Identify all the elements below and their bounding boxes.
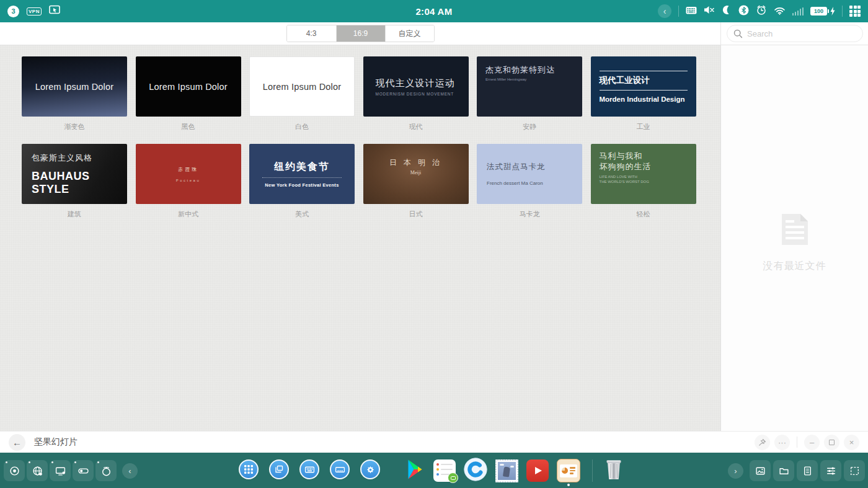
template-title: 赤霞珠 — [178, 166, 198, 173]
template-card: 纽约美食节 New York Food Festival Events 美式 — [249, 144, 355, 231]
app-grid-icon[interactable] — [849, 6, 861, 17]
template-card: 赤霞珠 Pocteau 新中式 — [136, 144, 241, 231]
template-thumbnail-bauhaus[interactable]: 包豪斯主义风格 BAUHAUS STYLE — [22, 144, 127, 204]
back-button[interactable]: ← — [9, 434, 25, 451]
tasks-button[interactable] — [820, 460, 841, 481]
desktop-screen: 3 VPN 2:04 AM ‹ — [0, 0, 868, 488]
template-subtitle: Morden Industrial Design — [600, 95, 688, 103]
template-thumbnail-black[interactable]: Lorem Ipsum Dolor — [136, 56, 241, 117]
template-thumbnail-white[interactable]: Lorem Ipsum Dolor — [249, 56, 355, 117]
browser-icon — [464, 458, 487, 481]
trash-can[interactable] — [604, 458, 623, 483]
template-label: 日式 — [363, 204, 469, 231]
gallery-button[interactable] — [750, 460, 771, 481]
template-title: 现代工业设计 — [600, 75, 688, 86]
app-google-play[interactable] — [405, 459, 425, 482]
dock: ‹ — [0, 453, 868, 488]
volume-muted-icon[interactable] — [704, 5, 715, 17]
screen-record-button[interactable] — [4, 460, 25, 481]
tab-4-3[interactable]: 4:3 — [287, 25, 336, 42]
pin-button[interactable] — [755, 435, 770, 450]
alarm-icon[interactable] — [756, 4, 767, 18]
toggle-button[interactable] — [73, 460, 94, 481]
template-card: 杰克和勃莱特到达 Ernest Miller Hemingway 安静 — [477, 56, 582, 144]
display-icon — [55, 466, 66, 476]
template-thumbnail-chinese[interactable]: 赤霞珠 Pocteau — [136, 144, 241, 204]
template-card: 日 本 明 治 Meiji 日式 — [363, 144, 469, 231]
template-subtitle: Pocteau — [176, 179, 201, 182]
battery-indicator[interactable]: 100 — [810, 7, 835, 16]
vpn-badge[interactable]: VPN — [27, 7, 42, 16]
template-title: 包豪斯主义风格 — [32, 153, 127, 164]
screen-record-icon — [9, 466, 20, 476]
minimize-button[interactable]: – — [804, 435, 820, 450]
template-label: 安静 — [477, 117, 582, 144]
close-button[interactable]: × — [844, 435, 859, 450]
app-youtube[interactable] — [526, 459, 549, 482]
app-notes[interactable] — [433, 459, 456, 482]
taskbar-settings-button[interactable] — [330, 459, 350, 479]
screen-cast-icon[interactable] — [49, 5, 61, 18]
template-thumbnail-american[interactable]: 纽约美食节 New York Food Festival Events — [249, 144, 355, 204]
back-arrow-icon: ← — [12, 437, 22, 448]
settings-button[interactable] — [360, 459, 380, 479]
template-thumbnail-japanese[interactable]: 日 本 明 治 Meiji — [363, 144, 469, 204]
template-thumbnail-industrial[interactable]: 现代工业设计 Morden Industrial Design — [591, 56, 696, 117]
window-switcher-button[interactable] — [269, 459, 289, 479]
template-title: Lorem Ipsum Dolor — [263, 82, 342, 92]
signal-bars-icon[interactable] — [792, 7, 804, 16]
window-titlebar: ← 坚果幻灯片 ··· – × — [0, 431, 868, 453]
notification-count-badge[interactable]: 3 — [7, 6, 19, 17]
statusbar-collapse-button[interactable]: ‹ — [658, 4, 671, 18]
divider — [592, 459, 593, 482]
template-subtitle: MODERNISM DESIGN MOVEMENT — [376, 92, 469, 96]
tab-16-9[interactable]: 16:9 — [336, 25, 385, 42]
bluetooth-icon[interactable] — [738, 5, 749, 18]
template-label: 黑色 — [136, 117, 241, 144]
template-thumbnail-quiet[interactable]: 杰克和勃莱特到达 Ernest Miller Hemingway — [477, 56, 582, 117]
timer-button[interactable] — [95, 460, 117, 481]
chevron-left-icon: ‹ — [663, 6, 666, 16]
search-box[interactable] — [727, 25, 863, 42]
tab-custom[interactable]: 自定义 — [385, 25, 434, 42]
template-card: 现代主义设计运动 MODERNISM DESIGN MOVEMENT 现代 — [363, 56, 469, 144]
app-slides[interactable] — [557, 459, 580, 482]
wifi-icon[interactable] — [774, 5, 786, 18]
document-icon — [802, 466, 813, 476]
status-bar: 3 VPN 2:04 AM ‹ — [0, 0, 868, 22]
notes-button[interactable] — [797, 460, 818, 481]
search-input[interactable] — [747, 29, 856, 38]
close-icon: × — [849, 438, 854, 447]
empty-state-text: 没有最近文件 — [763, 260, 826, 273]
dock-collapse-right-button[interactable]: › — [728, 463, 743, 479]
display-button[interactable] — [50, 460, 71, 481]
files-button[interactable] — [773, 460, 794, 481]
battery-level: 100 — [810, 7, 827, 16]
template-thumbnail-macaron[interactable]: 法式甜点马卡龙 French dessert Ma Caron — [477, 144, 582, 204]
template-thumbnail-relaxed[interactable]: 马利与我和 坏狗狗的生活 LIFE AND LOVE WITH THE WORL… — [591, 144, 696, 204]
template-gallery: Lorem Ipsum Dolor 渐变色 Lorem Ipsum Dolor … — [0, 45, 721, 431]
maximize-button[interactable] — [824, 435, 839, 450]
keyboard-icon[interactable] — [686, 5, 697, 18]
app-drawer-button[interactable] — [239, 459, 259, 479]
screenshot-region-button[interactable] — [844, 460, 865, 481]
network-button[interactable] — [27, 460, 48, 481]
taskbar-icon — [335, 464, 345, 475]
app-browser[interactable] — [464, 458, 487, 484]
template-subtitle: Meiji — [410, 170, 421, 175]
more-button[interactable]: ··· — [774, 435, 790, 450]
moon-icon[interactable] — [722, 5, 732, 17]
dock-collapse-left-button[interactable]: ‹ — [122, 463, 138, 479]
keyboard-switch-button[interactable] — [299, 459, 319, 479]
template-card: 马利与我和 坏狗狗的生活 LIFE AND LOVE WITH THE WORL… — [591, 144, 696, 231]
google-play-icon — [405, 459, 425, 480]
search-icon — [733, 29, 743, 38]
template-thumbnail-gradient[interactable]: Lorem Ipsum Dolor — [22, 56, 127, 117]
template-label: 轻松 — [591, 204, 696, 231]
trash-icon — [604, 458, 623, 481]
app-mail[interactable] — [495, 459, 518, 482]
template-thumbnail-modern[interactable]: 现代主义设计运动 MODERNISM DESIGN MOVEMENT — [363, 56, 469, 117]
template-title: 杰克和勃莱特到达 — [485, 64, 582, 76]
template-subtitle: Ernest Miller Hemingway — [485, 78, 582, 81]
template-title: 日 本 明 治 — [389, 157, 442, 168]
